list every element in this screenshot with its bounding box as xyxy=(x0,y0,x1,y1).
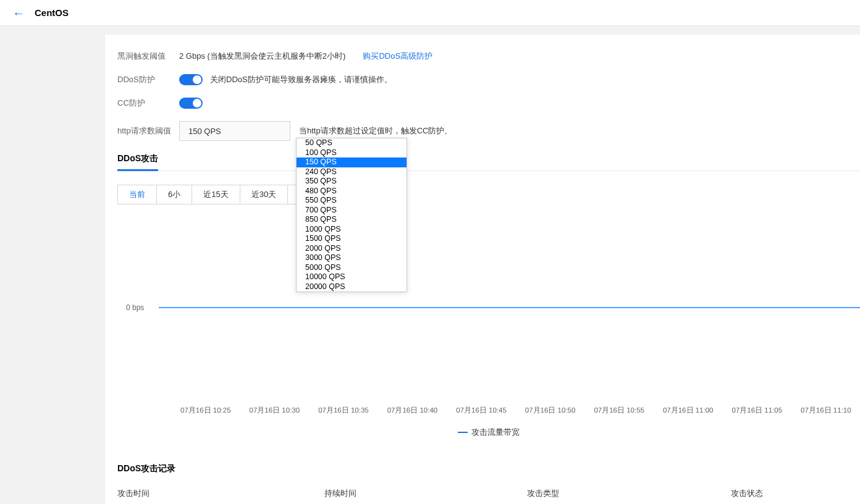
chart-series-line xyxy=(159,307,860,308)
qps-option[interactable]: 700 QPS xyxy=(297,206,407,216)
time-btn-30d[interactable]: 近30天 xyxy=(240,185,288,204)
qps-option[interactable]: 5000 QPS xyxy=(297,263,407,273)
qps-select[interactable]: 150 QPS xyxy=(179,121,290,141)
ddos-row: DDoS防护 关闭DDoS防护可能导致服务器瘫痪，请谨慎操作。 xyxy=(117,74,860,85)
qps-option[interactable]: 10000 QPS xyxy=(297,272,407,282)
qps-option[interactable]: 850 QPS xyxy=(297,215,407,225)
time-btn-15d[interactable]: 近15天 xyxy=(192,185,240,204)
qps-option[interactable]: 20000 QPS xyxy=(297,282,407,292)
x-tick: 07月16日 10:55 xyxy=(594,406,644,415)
qps-selected-value: 150 QPS xyxy=(188,127,221,136)
time-btn-current[interactable]: 当前 xyxy=(118,185,157,204)
qps-option[interactable]: 3000 QPS xyxy=(297,253,407,263)
x-tick: 07月16日 10:30 xyxy=(250,406,300,415)
y-axis-zero: 0 bps xyxy=(126,303,144,312)
tab-ddos-attack[interactable]: DDoS攻击 xyxy=(117,147,158,170)
qps-option[interactable]: 550 QPS xyxy=(297,196,407,206)
x-axis-ticks: 07月16日 10:2507月16日 10:3007月16日 10:3507月1… xyxy=(180,406,860,415)
x-tick: 07月16日 10:45 xyxy=(456,406,507,415)
col-type: 攻击类型 xyxy=(527,488,731,499)
x-tick: 07月16日 10:25 xyxy=(180,406,231,415)
page-header: ← CentOS xyxy=(0,0,860,26)
time-btn-6h[interactable]: 6小 xyxy=(157,185,192,204)
records-table-header: 攻击时间 持续时间 攻击类型 攻击状态 xyxy=(117,488,860,499)
content-panel: 黑洞触发阈值 2 Gbps (当触发黑洞会使云主机服务中断2小时) 购买DDoS… xyxy=(105,35,860,504)
x-tick: 07月16日 10:40 xyxy=(387,406,438,415)
x-tick: 07月16日 11:00 xyxy=(663,406,714,415)
legend-label: 攻击流量带宽 xyxy=(471,427,520,438)
chart-legend: 攻击流量带宽 xyxy=(117,427,860,438)
ddos-toggle[interactable] xyxy=(179,74,203,85)
blackhole-row: 黑洞触发阈值 2 Gbps (当触发黑洞会使云主机服务中断2小时) 购买DDoS… xyxy=(117,51,860,62)
qps-option[interactable]: 100 QPS xyxy=(297,148,407,158)
qps-option[interactable]: 2000 QPS xyxy=(297,244,407,254)
page-title: CentOS xyxy=(35,7,69,18)
qps-label: http请求数阈值 xyxy=(117,125,179,136)
qps-option[interactable]: 150 QPS xyxy=(297,158,407,167)
legend-line-icon xyxy=(458,432,468,433)
x-tick: 07月16日 10:35 xyxy=(318,406,369,415)
col-attack-time: 攻击时间 xyxy=(117,488,324,499)
qps-row: http请求数阈值 150 QPS 当http请求数超过设定值时，触发CC防护。 xyxy=(117,121,860,141)
attack-tabs: DDoS攻击 xyxy=(117,147,860,171)
cc-toggle[interactable] xyxy=(179,98,203,109)
x-tick: 07月16日 11:10 xyxy=(801,406,851,415)
qps-option[interactable]: 1000 QPS xyxy=(297,225,407,235)
qps-option[interactable]: 480 QPS xyxy=(297,187,407,196)
records-title: DDoS攻击记录 xyxy=(117,463,175,474)
col-status: 攻击状态 xyxy=(731,488,763,499)
back-arrow-icon[interactable]: ← xyxy=(12,7,25,19)
x-tick: 07月16日 10:50 xyxy=(525,406,576,415)
qps-option[interactable]: 240 QPS xyxy=(297,167,407,177)
col-duration: 持续时间 xyxy=(324,488,527,499)
blackhole-value: 2 Gbps (当触发黑洞会使云主机服务中断2小时) xyxy=(179,51,345,62)
blackhole-label: 黑洞触发阈值 xyxy=(117,51,179,62)
qps-dropdown: 50 QPS100 QPS150 QPS240 QPS350 QPS480 QP… xyxy=(296,138,407,292)
cc-label: CC防护 xyxy=(117,98,179,109)
ddos-label: DDoS防护 xyxy=(117,74,179,85)
x-tick: 07月16日 11:05 xyxy=(732,406,783,415)
cc-row: CC防护 xyxy=(117,98,860,109)
qps-option[interactable]: 1500 QPS xyxy=(297,234,407,244)
qps-option[interactable]: 350 QPS xyxy=(297,177,407,187)
qps-option[interactable]: 50 QPS xyxy=(297,138,407,148)
qps-hint: 当http请求数超过设定值时，触发CC防护。 xyxy=(299,125,452,136)
buy-ddos-link[interactable]: 购买DDoS高级防护 xyxy=(363,51,432,62)
ddos-hint: 关闭DDoS防护可能导致服务器瘫痪，请谨慎操作。 xyxy=(210,74,392,85)
traffic-chart: 0 bps 07月16日 10:2507月16日 10:3007月16日 10:… xyxy=(117,229,860,445)
